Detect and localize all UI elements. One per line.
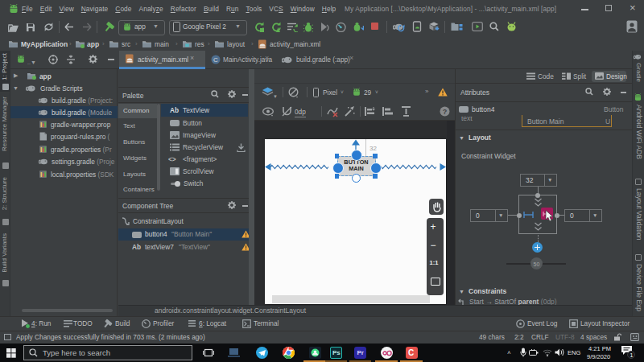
- svg-text:C: C: [213, 56, 218, 64]
- svg-text:?: ?: [443, 108, 448, 116]
